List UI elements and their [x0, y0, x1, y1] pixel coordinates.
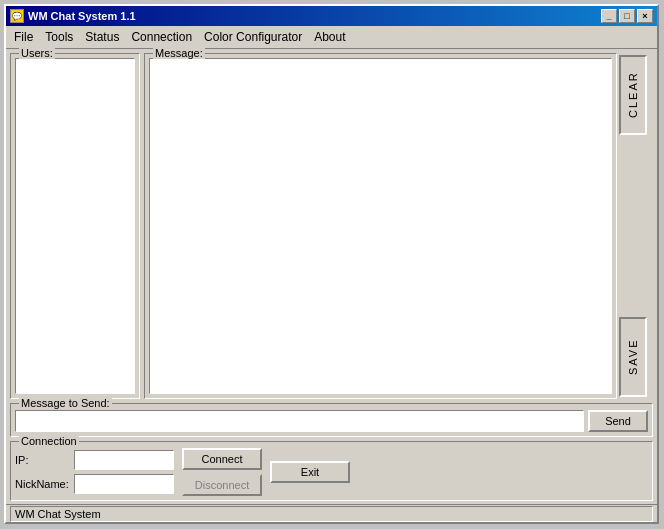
app-icon: 💬 — [10, 9, 24, 23]
message-send-row: Send — [15, 410, 648, 432]
top-section: Users: Message: CLEAR SAVE — [10, 53, 653, 399]
ip-input[interactable] — [74, 450, 174, 470]
menu-status[interactable]: Status — [79, 28, 125, 46]
nickname-label: NickName: — [15, 478, 70, 490]
message-send-input[interactable] — [15, 410, 584, 432]
menu-connection[interactable]: Connection — [125, 28, 198, 46]
clear-button[interactable]: CLEAR — [619, 55, 647, 135]
ip-row: IP: — [15, 450, 174, 470]
message-textarea[interactable] — [149, 58, 612, 394]
menu-bar: File Tools Status Connection Color Confi… — [6, 26, 657, 49]
exit-buttons: Exit — [270, 461, 350, 483]
maximize-button[interactable]: □ — [619, 9, 635, 23]
nickname-input[interactable] — [74, 474, 174, 494]
close-button[interactable]: × — [637, 9, 653, 23]
message-send-label: Message to Send: — [19, 397, 112, 409]
menu-color-configurator[interactable]: Color Configurator — [198, 28, 308, 46]
connection-panel: Connection IP: NickName: Connect Disconn… — [10, 441, 653, 501]
users-label: Users: — [19, 47, 55, 59]
ip-label: IP: — [15, 454, 70, 466]
connection-row: IP: NickName: Connect Disconnect Exit — [15, 448, 648, 496]
window-title: WM Chat System 1.1 — [28, 10, 136, 22]
save-button[interactable]: SAVE — [619, 317, 647, 397]
disconnect-button[interactable]: Disconnect — [182, 474, 262, 496]
users-listbox[interactable] — [15, 58, 135, 394]
title-bar: 💬 WM Chat System 1.1 _ □ × — [6, 6, 657, 26]
connection-fields: IP: NickName: — [15, 450, 174, 494]
send-button[interactable]: Send — [588, 410, 648, 432]
title-bar-left: 💬 WM Chat System 1.1 — [10, 9, 136, 23]
main-content: Users: Message: CLEAR SAVE Message to Se… — [6, 49, 657, 523]
menu-about[interactable]: About — [308, 28, 351, 46]
right-buttons: CLEAR SAVE — [619, 53, 653, 399]
message-panel: Message: — [144, 53, 617, 399]
menu-tools[interactable]: Tools — [39, 28, 79, 46]
main-window: 💬 WM Chat System 1.1 _ □ × File Tools St… — [4, 4, 659, 524]
status-text: WM Chat System — [10, 506, 653, 522]
connection-buttons: Connect Disconnect — [182, 448, 262, 496]
status-bar: WM Chat System — [6, 504, 657, 522]
connection-label: Connection — [19, 435, 79, 447]
users-panel: Users: — [10, 53, 140, 399]
nickname-row: NickName: — [15, 474, 174, 494]
message-send-group: Message to Send: Send — [10, 403, 653, 437]
message-label: Message: — [153, 47, 205, 59]
exit-button[interactable]: Exit — [270, 461, 350, 483]
message-section: Message: CLEAR SAVE — [144, 53, 653, 399]
minimize-button[interactable]: _ — [601, 9, 617, 23]
menu-file[interactable]: File — [8, 28, 39, 46]
connect-button[interactable]: Connect — [182, 448, 262, 470]
title-bar-buttons: _ □ × — [601, 9, 653, 23]
